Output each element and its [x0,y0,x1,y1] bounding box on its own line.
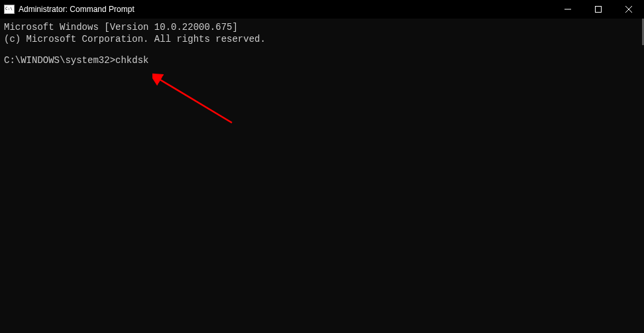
arrow-annotation [152,73,239,133]
copyright-line: (c) Microsoft Corporation. All rights re… [4,33,640,45]
window-title: Administrator: Command Prompt [19,5,134,14]
maximize-icon [595,6,602,13]
prompt-text: C:\WINDOWS\system32> [4,55,115,66]
close-button[interactable] [614,0,644,19]
window-controls [553,0,644,19]
titlebar: Administrator: Command Prompt [0,0,644,19]
svg-rect-1 [596,7,602,13]
close-icon [625,6,632,13]
terminal-body[interactable]: Microsoft Windows [Version 10.0.22000.67… [0,19,644,333]
command-text: chkdsk [115,55,148,66]
svg-line-5 [158,78,232,123]
cmd-app-icon [4,5,15,14]
prompt-line: C:\WINDOWS\system32>chkdsk [4,54,640,66]
minimize-button[interactable] [553,0,583,19]
minimize-icon [564,6,571,13]
maximize-button[interactable] [583,0,614,19]
version-line: Microsoft Windows [Version 10.0.22000.67… [4,21,640,33]
titlebar-left: Administrator: Command Prompt [4,5,134,14]
